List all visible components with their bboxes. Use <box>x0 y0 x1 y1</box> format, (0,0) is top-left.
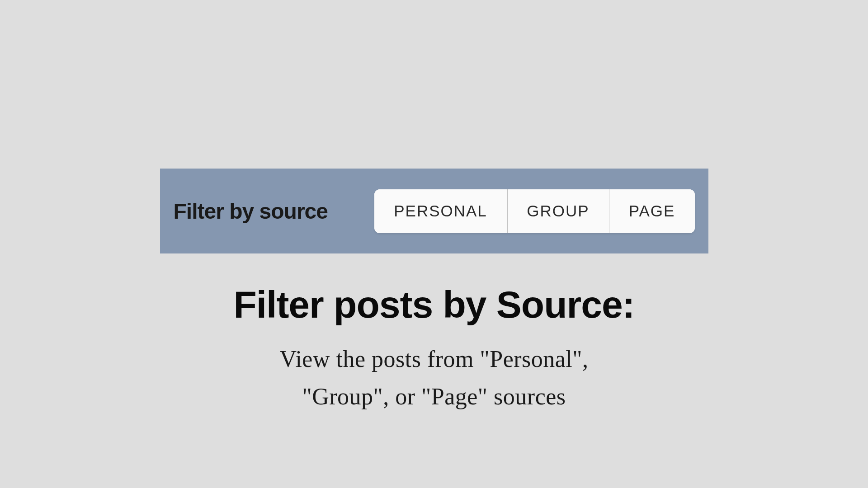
filter-personal-button[interactable]: PERSONAL <box>374 189 507 233</box>
page-subheading: View the posts from "Personal", "Group",… <box>279 340 588 415</box>
filter-button-group: PERSONAL GROUP PAGE <box>374 189 695 233</box>
filter-group-button[interactable]: GROUP <box>507 189 609 233</box>
page-container: Filter by source PERSONAL GROUP PAGE Fil… <box>0 0 868 488</box>
filter-page-button[interactable]: PAGE <box>609 189 695 233</box>
subheading-line-1: View the posts from "Personal", <box>279 346 588 372</box>
filter-bar: Filter by source PERSONAL GROUP PAGE <box>160 169 708 253</box>
page-heading: Filter posts by Source: <box>233 283 634 327</box>
filter-label: Filter by source <box>174 199 328 224</box>
subheading-line-2: "Group", or "Page" sources <box>302 384 566 409</box>
